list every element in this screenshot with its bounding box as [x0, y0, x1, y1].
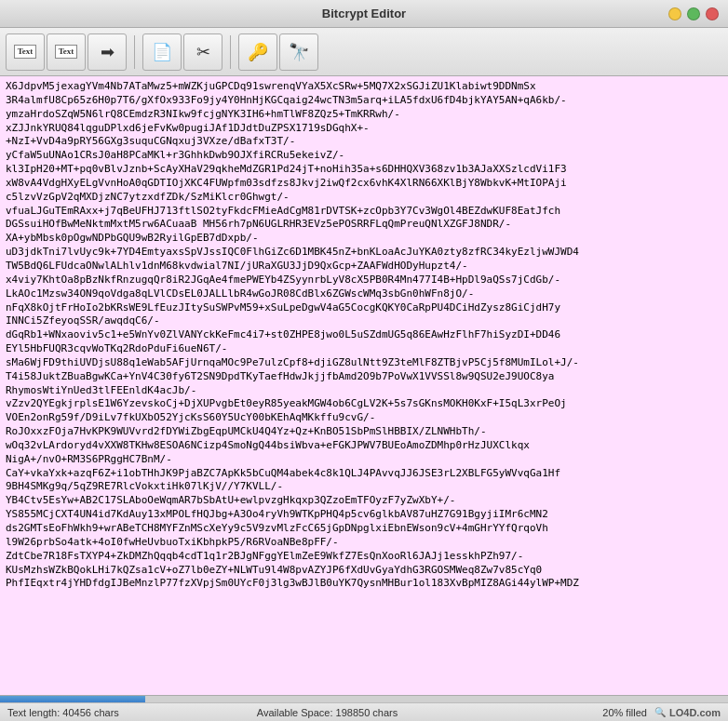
- progress-bar-fill: [0, 696, 145, 702]
- status-filled: 20% filled: [434, 707, 647, 718]
- progress-bar-container: [0, 695, 728, 702]
- arrow-icon: ➡: [101, 44, 115, 60]
- text1-icon: Text: [14, 45, 37, 59]
- window-controls: [668, 7, 719, 20]
- key-button[interactable]: 🔑: [238, 33, 277, 71]
- toolbar-sep-1: [134, 35, 135, 69]
- toolbar-tools-group: 🔑 🔭: [238, 33, 318, 71]
- text1-button[interactable]: Text: [6, 33, 45, 71]
- page-icon: 📄: [152, 44, 172, 60]
- text2-icon: Text: [55, 45, 78, 59]
- status-available-space: Available Space: 198850 chars: [221, 707, 434, 718]
- key-icon: 🔑: [248, 44, 268, 60]
- binoculars-icon: 🔭: [289, 44, 309, 60]
- toolbar-edit-group: 📄 ✂: [142, 33, 222, 71]
- status-text-length: Text length: 40456 chars: [7, 707, 221, 718]
- page-button[interactable]: 📄: [142, 33, 182, 71]
- maximize-button[interactable]: [687, 7, 700, 20]
- binoculars-button[interactable]: 🔭: [279, 33, 318, 71]
- editor-container: X6JdpvM5jexagYVm4Nb7ATaMwz5+mWZKjuGPCDq9…: [0, 76, 728, 695]
- status-bar: Text length: 40456 chars Available Space…: [0, 702, 728, 721]
- arrow-button[interactable]: ➡: [88, 33, 127, 71]
- text2-button[interactable]: Text: [47, 33, 86, 71]
- minimize-button[interactable]: [668, 7, 681, 20]
- toolbar: Text Text ➡ 📄 ✂ 🔑 🔭: [0, 28, 728, 76]
- toolbar-text-group: Text Text ➡: [6, 33, 127, 71]
- scissors-button[interactable]: ✂: [183, 33, 222, 71]
- toolbar-sep-2: [230, 35, 231, 69]
- scissors-icon: ✂: [196, 44, 210, 60]
- close-button[interactable]: [706, 7, 719, 20]
- editor-textarea[interactable]: X6JdpvM5jexagYVm4Nb7ATaMwz5+mWZKjuGPCDq9…: [0, 76, 728, 695]
- watermark-logo: LO4D.com: [669, 707, 721, 718]
- window-title: Bitcrypt Editor: [322, 7, 406, 20]
- watermark: 🔍 LO4D.com: [647, 707, 721, 718]
- title-bar: Bitcrypt Editor: [0, 0, 728, 28]
